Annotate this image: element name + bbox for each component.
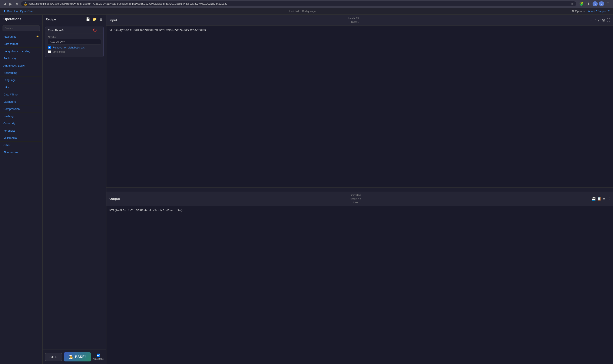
input-transfer-button[interactable]: ⇄: [598, 18, 601, 22]
sidebar-item-public-key[interactable]: Public Key: [0, 55, 42, 62]
operation-body: Alphabet A-Za-z0-9+/= A-Za-z0-9-_ Standa…: [45, 34, 103, 57]
load-recipe-button[interactable]: 📁: [92, 17, 97, 22]
browser-nav-buttons: ◀ ▶ ↻: [2, 1, 19, 6]
recipe-footer: STEP 🧑‍🍳 BAKE! Auto Bake: [42, 350, 106, 364]
output-time: 3: [356, 194, 358, 196]
about-label: About / Support: [588, 10, 607, 13]
downloads-button[interactable]: ⬇: [586, 1, 591, 6]
remove-non-alphabet-checkbox[interactable]: [48, 46, 51, 49]
output-transfer-button[interactable]: ⇄: [603, 197, 605, 201]
save-recipe-button[interactable]: 💾: [85, 17, 90, 22]
pause-operation-button[interactable]: ⏸: [98, 28, 101, 32]
refresh-button[interactable]: ↻: [14, 1, 19, 6]
sidebar-item-networking[interactable]: Networking: [0, 69, 42, 77]
output-actions: 💾 📋 ⇄ ⛶: [591, 197, 610, 201]
bookmark-icon[interactable]: ☆: [571, 2, 574, 6]
menu-button[interactable]: ☰: [605, 1, 611, 6]
operation-card-from-base64: From Base64 🚫 ⏸ Alphabet A-Za-z0-9+/= A-…: [45, 26, 104, 57]
sidebar-item-compression[interactable]: Compression: [0, 105, 42, 113]
recipe-panel: Recipe 💾 📁 🗑 From Base64 🚫 ⏸ Alphab: [42, 15, 107, 364]
output-panel: Output time: 3ms length: 44 lines: 1 💾 📋…: [107, 192, 613, 364]
sidebar-item-utils[interactable]: Utils: [0, 84, 42, 91]
sidebar-item-flow-control[interactable]: Flow control: [0, 149, 42, 156]
input-meta: length: 59 lines: 1: [348, 16, 359, 24]
sidebar-item-favourites[interactable]: Favourites★: [0, 33, 42, 40]
sidebar-item-arithmetic-logic[interactable]: Arithmetic / Logic: [0, 62, 42, 69]
remove-non-alphabet-row: Remove non-alphabet chars: [48, 46, 101, 49]
input-actions: + 🗂 ⇄ 🗑 ⛶: [590, 18, 610, 22]
avatar[interactable]: 6: [593, 1, 598, 6]
output-meta: time: 3ms length: 44 lines: 1: [351, 193, 361, 205]
url-text: https://gchq.github.io/CyberChef/#recipe…: [28, 2, 570, 5]
auto-bake-checkbox[interactable]: [97, 354, 100, 357]
output-copy-button[interactable]: 📋: [597, 197, 601, 201]
input-trash-button[interactable]: 🗑: [602, 18, 605, 22]
profile-icon[interactable]: U: [599, 1, 604, 6]
main-layout: Operations Favourites★Data formatEncrypt…: [0, 15, 613, 364]
about-support-button[interactable]: About / Support ?: [588, 10, 610, 13]
bake-icon: 🧑‍🍳: [69, 355, 73, 359]
input-length: 59: [356, 17, 359, 19]
sidebar-item-encryption-encoding[interactable]: Encryption / Encoding: [0, 48, 42, 55]
extensions-button[interactable]: 🧩: [578, 1, 585, 6]
sidebar-item-multimedia[interactable]: Multimedia: [0, 134, 42, 142]
input-content[interactable]: SFRCe2JyMGszbl80dTdoXzU1UkZfNHNfNF9zM3Jz…: [107, 26, 613, 187]
strict-mode-row: Strict mode: [48, 50, 101, 53]
shield-icon: 🔒: [24, 2, 27, 6]
strict-mode-label[interactable]: Strict mode: [53, 50, 66, 53]
sidebar-item-date-time[interactable]: Date / Time: [0, 91, 42, 98]
operation-name: From Base64: [48, 29, 65, 32]
browser-toolbar: ◀ ▶ ↻ 🔒 https://gchq.github.io/CyberChef…: [0, 0, 613, 8]
strict-mode-checkbox[interactable]: [48, 50, 51, 53]
back-button[interactable]: ◀: [2, 1, 7, 6]
alphabet-label: Alphabet: [48, 36, 101, 38]
output-length: 44: [358, 197, 361, 200]
options-button[interactable]: ⚙ Options: [572, 10, 585, 13]
app-bar-right: ⚙ Options About / Support ?: [572, 10, 610, 13]
input-expand-button[interactable]: ⛶: [607, 18, 610, 22]
remove-non-alphabet-label[interactable]: Remove non-alphabet chars: [53, 46, 85, 49]
address-bar[interactable]: 🔒 https://gchq.github.io/CyberChef/#reci…: [21, 1, 576, 6]
output-title: Output: [109, 197, 120, 200]
input-folder-button[interactable]: 🗂: [593, 18, 597, 22]
bake-label: BAKE!: [75, 355, 86, 359]
new-tab-button[interactable]: +: [590, 18, 592, 22]
clear-recipe-button[interactable]: 🗑: [99, 17, 103, 22]
download-icon: ⬇: [3, 10, 6, 13]
output-expand-button[interactable]: ⛶: [607, 197, 610, 201]
sidebar-item-data-format[interactable]: Data format: [0, 40, 42, 48]
sidebar-item-forensics[interactable]: Forensics: [0, 127, 42, 134]
input-title: Input: [109, 18, 117, 22]
sidebar-item-hashing[interactable]: Hashing: [0, 113, 42, 120]
browser-chrome: ◀ ▶ ↻ 🔒 https://gchq.github.io/CyberChef…: [0, 0, 613, 8]
output-save-button[interactable]: 💾: [591, 197, 596, 201]
sidebar-item-language[interactable]: Language: [0, 77, 42, 84]
sidebar-item-other[interactable]: Other: [0, 142, 42, 149]
browser-actions: 🧩 ⬇ 6 U ☰: [578, 1, 611, 6]
forward-button[interactable]: ▶: [8, 1, 13, 6]
auto-bake-label[interactable]: Auto Bake: [93, 358, 104, 360]
recipe-header: Recipe 💾 📁 🗑: [42, 15, 106, 24]
sidebar-header: Operations: [0, 15, 42, 24]
operation-controls: 🚫 ⏸: [93, 28, 101, 32]
recipe-content: From Base64 🚫 ⏸ Alphabet A-Za-z0-9+/= A-…: [42, 24, 106, 350]
step-button[interactable]: STEP: [45, 353, 62, 361]
io-area: Input length: 59 lines: 1 + 🗂 ⇄ 🗑 ⛶ SFRC…: [107, 15, 613, 364]
io-divider: .........: [107, 188, 613, 192]
sidebar-item-extractors[interactable]: Extractors: [0, 98, 42, 105]
app-bar: ⬇ Download CyberChef Last build: 10 days…: [0, 8, 613, 15]
disable-operation-button[interactable]: 🚫: [93, 28, 97, 32]
bake-button[interactable]: 🧑‍🍳 BAKE!: [64, 352, 91, 362]
search-input[interactable]: [2, 26, 40, 31]
input-panel: Input length: 59 lines: 1 + 🗂 ⇄ 🗑 ⛶ SFRC…: [107, 15, 613, 188]
operation-card-header: From Base64 🚫 ⏸: [45, 27, 103, 34]
download-cyberchef-button[interactable]: ⬇ Download CyberChef: [3, 10, 33, 13]
options-icon: ⚙: [572, 10, 574, 13]
input-lines: 1: [357, 21, 359, 23]
sidebar-item-code-tidy[interactable]: Code tidy: [0, 120, 42, 127]
recipe-title: Recipe: [46, 17, 56, 21]
auto-bake-group: Auto Bake: [93, 354, 104, 360]
download-label: Download CyberChef: [7, 10, 33, 13]
output-content: HTB{br0k3n_4u7h_55RF_4s_4_s3rv1c3_d3bug_…: [107, 206, 613, 364]
alphabet-select[interactable]: A-Za-z0-9+/= A-Za-z0-9-_ Standard (RFC 4…: [48, 39, 101, 44]
